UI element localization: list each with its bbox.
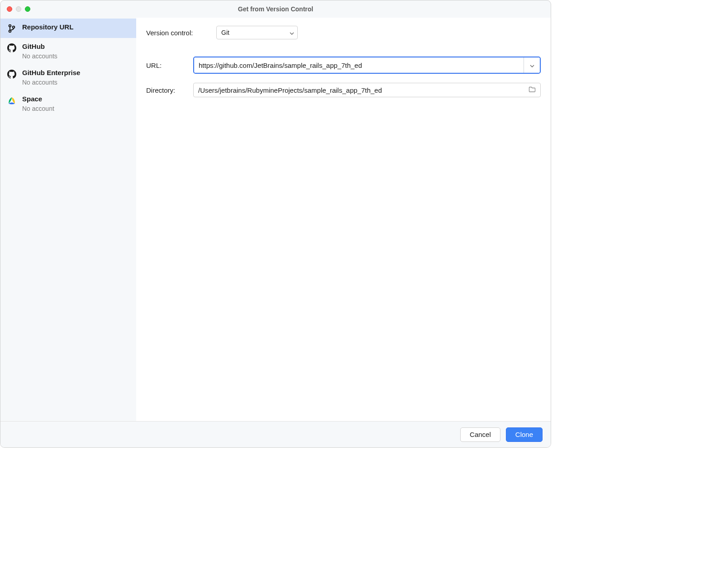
directory-row: Directory: [146, 83, 541, 97]
sidebar-item-label: GitHub Enterprise [22, 69, 80, 77]
sidebar-item-label: Space [22, 95, 54, 103]
directory-input[interactable] [194, 86, 524, 94]
sidebar-item-label: Repository URL [22, 23, 73, 31]
svg-point-0 [9, 25, 11, 27]
content-area: Repository URL GitHub No accounts [0, 18, 551, 421]
sidebar: Repository URL GitHub No accounts [0, 18, 136, 421]
cancel-button[interactable]: Cancel [460, 427, 500, 442]
minimize-window-button[interactable] [16, 6, 21, 12]
version-control-label: Version control: [146, 29, 216, 37]
main-panel: Version control: Git URL: [136, 18, 551, 421]
version-control-select[interactable]: Git [216, 26, 298, 39]
folder-icon [529, 86, 536, 94]
sidebar-item-label: GitHub [22, 43, 57, 51]
clone-button[interactable]: Clone [506, 427, 543, 442]
sidebar-item-sub: No accounts [22, 79, 80, 86]
sidebar-item-repository-url[interactable]: Repository URL [0, 19, 136, 38]
sidebar-item-github-enterprise[interactable]: GitHub Enterprise No accounts [0, 64, 136, 90]
sidebar-item-github[interactable]: GitHub No accounts [0, 38, 136, 64]
url-input[interactable] [194, 57, 524, 73]
directory-field-wrap [193, 83, 541, 97]
window-title: Get from Version Control [0, 5, 551, 13]
chevron-down-icon [530, 61, 534, 69]
window-controls [7, 6, 30, 12]
sidebar-item-space[interactable]: Space No account [0, 90, 136, 117]
sidebar-item-sub: No accounts [22, 52, 57, 60]
space-icon [7, 95, 17, 105]
version-control-value: Git [221, 29, 229, 36]
url-row: URL: [146, 57, 541, 74]
sidebar-item-sub: No account [22, 105, 54, 112]
branch-icon [7, 24, 17, 33]
close-window-button[interactable] [7, 6, 12, 12]
dialog-footer: Cancel Clone [0, 421, 551, 447]
directory-label: Directory: [146, 86, 193, 94]
url-history-button[interactable] [524, 57, 540, 73]
version-control-row: Version control: Git [146, 26, 541, 39]
github-icon [7, 69, 17, 79]
vcs-clone-dialog: Get from Version Control Repository URL [0, 0, 551, 448]
titlebar: Get from Version Control [0, 0, 551, 18]
github-icon [7, 43, 17, 53]
svg-point-2 [13, 26, 15, 28]
browse-directory-button[interactable] [524, 86, 540, 94]
url-field-wrap [193, 57, 541, 74]
maximize-window-button[interactable] [25, 6, 30, 12]
url-label: URL: [146, 62, 193, 69]
